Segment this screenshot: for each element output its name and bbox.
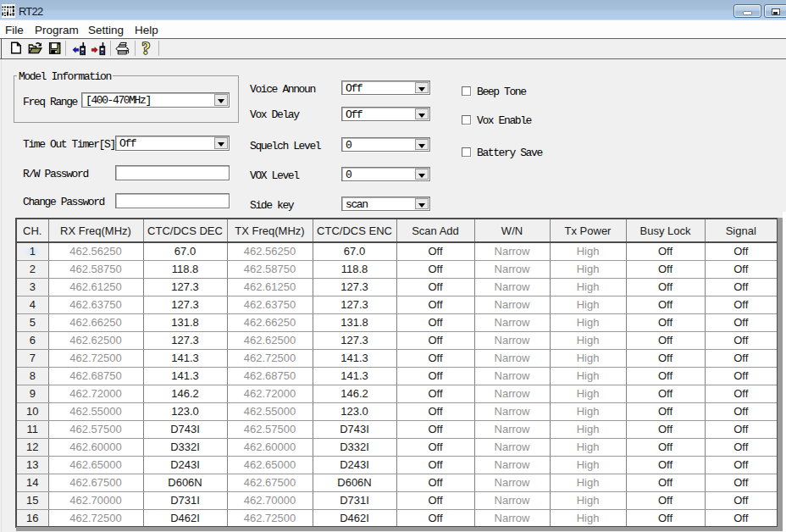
svg-text:?: ? — [142, 39, 151, 58]
